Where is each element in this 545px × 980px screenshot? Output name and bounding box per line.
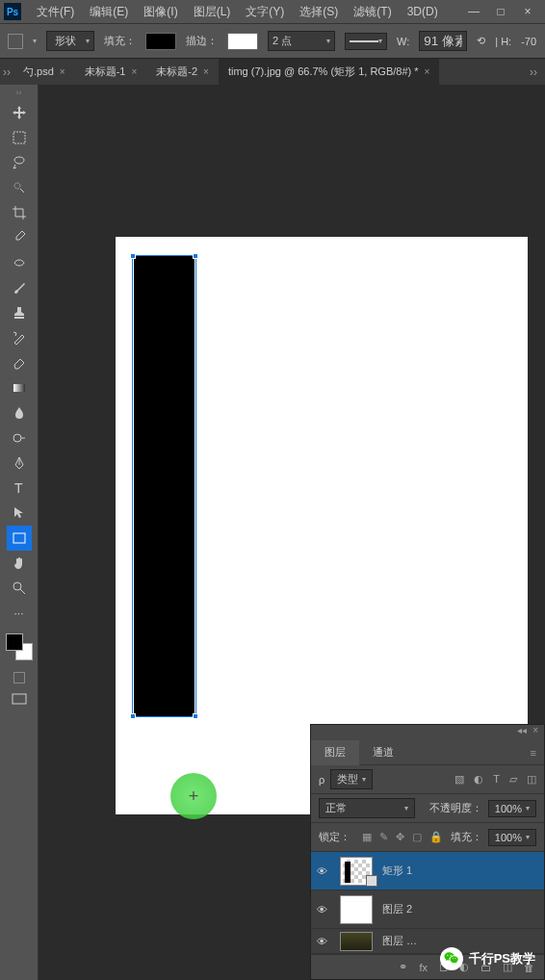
minimize-button[interactable]: — xyxy=(466,4,481,19)
blend-mode-dropdown[interactable]: 正常 ▾ xyxy=(319,798,415,818)
lock-all-icon[interactable]: 🔒 xyxy=(429,831,443,843)
zoom-tool[interactable] xyxy=(7,576,32,601)
menu-edit[interactable]: 编辑(E) xyxy=(82,4,136,20)
close-icon[interactable]: × xyxy=(425,66,430,77)
svg-rect-6 xyxy=(13,533,25,543)
expand-tabs-icon[interactable]: ›› xyxy=(0,65,13,79)
opacity-input[interactable]: 100% ▾ xyxy=(488,800,536,817)
layer-thumbnail[interactable] xyxy=(340,932,373,951)
hand-tool[interactable] xyxy=(7,551,32,576)
panel-menu-icon[interactable]: ≡ xyxy=(523,747,544,759)
layers-panel: ◂◂ × 图层 通道 ≡ ρ 类型 ▾ ▧ ◐ T ▱ ◫ xyxy=(310,724,545,980)
menu-file[interactable]: 文件(F) xyxy=(29,4,82,20)
close-icon[interactable]: × xyxy=(131,66,137,77)
filter-text-icon[interactable]: T xyxy=(493,773,500,786)
color-swatches[interactable] xyxy=(6,633,33,660)
close-panel-icon[interactable]: × xyxy=(532,725,538,740)
layer-row[interactable]: 👁 矩形 1 xyxy=(311,852,544,890)
edit-toolbar-icon[interactable]: ··· xyxy=(7,601,32,626)
filter-adjust-icon[interactable]: ◐ xyxy=(474,773,483,786)
stroke-width-input[interactable]: 2 点▾ xyxy=(268,31,335,51)
layer-name[interactable]: 图层 … xyxy=(382,934,417,948)
svg-rect-8 xyxy=(13,694,26,704)
lock-pixels-icon[interactable]: ✎ xyxy=(379,831,388,843)
stroke-color-swatch[interactable] xyxy=(227,33,258,50)
visibility-toggle-icon[interactable]: 👁 xyxy=(317,865,330,877)
eyedropper-tool[interactable] xyxy=(7,225,32,250)
healing-tool[interactable] xyxy=(7,250,32,275)
eraser-tool[interactable] xyxy=(7,350,32,375)
menu-3d[interactable]: 3D(D) xyxy=(400,5,446,18)
tab-overflow-icon[interactable]: ›› xyxy=(522,65,545,79)
menu-layer[interactable]: 图层(L) xyxy=(186,4,239,20)
menu-type[interactable]: 文字(Y) xyxy=(238,4,292,20)
ps-app-icon: Ps xyxy=(4,3,21,20)
quick-select-tool[interactable] xyxy=(7,175,32,200)
layer-row[interactable]: 👁 图层 2 xyxy=(311,890,544,929)
path-select-tool[interactable] xyxy=(7,501,32,526)
visibility-toggle-icon[interactable]: 👁 xyxy=(317,904,330,916)
close-icon[interactable]: × xyxy=(203,66,209,77)
tools-panel: ›› T ··· xyxy=(0,85,39,980)
menu-image[interactable]: 图像(I) xyxy=(136,4,185,20)
layer-thumbnail[interactable] xyxy=(340,857,373,886)
document-tab[interactable]: 未标题-1 × xyxy=(75,59,147,86)
gradient-tool[interactable] xyxy=(7,375,32,400)
filter-shape-icon[interactable]: ▱ xyxy=(509,773,517,786)
filter-smart-icon[interactable]: ◫ xyxy=(527,773,536,786)
lock-position-icon[interactable]: ✥ xyxy=(396,831,404,843)
screen-mode-icon[interactable] xyxy=(10,691,29,707)
channels-tab[interactable]: 通道 xyxy=(359,740,407,765)
layer-thumbnail[interactable] xyxy=(340,895,373,924)
brush-tool[interactable] xyxy=(7,275,32,300)
canvas-area[interactable]: + ◂◂ × 图层 通道 ≡ ρ 类型 ▾ ▧ ◐ xyxy=(39,85,545,980)
menu-filter[interactable]: 滤镜(T) xyxy=(346,4,399,20)
filter-pixel-icon[interactable]: ▧ xyxy=(454,773,464,786)
lock-label: 锁定： xyxy=(319,830,350,844)
stamp-tool[interactable] xyxy=(7,300,32,325)
rectangle-tool[interactable] xyxy=(7,526,32,551)
history-brush-tool[interactable] xyxy=(7,325,32,350)
close-button[interactable]: × xyxy=(520,4,535,19)
svg-text:T: T xyxy=(14,480,23,496)
filter-type-dropdown[interactable]: 类型 ▾ xyxy=(330,769,373,789)
toolbar-expand-icon[interactable]: ›› xyxy=(0,87,38,98)
marquee-tool[interactable] xyxy=(7,125,32,150)
move-tool[interactable] xyxy=(7,100,32,125)
shape-mode-dropdown[interactable]: 形状 ▾ xyxy=(46,31,94,51)
dodge-tool[interactable] xyxy=(7,426,32,451)
layer-name[interactable]: 矩形 1 xyxy=(382,864,412,878)
lock-artboard-icon[interactable]: ▢ xyxy=(412,831,422,843)
fill-color-swatch[interactable] xyxy=(145,33,176,50)
document-tab-active[interactable]: timg (7).jpg @ 66.7% (矩形 1, RGB/8#) * × xyxy=(219,59,439,86)
collapse-panel-icon[interactable]: ◂◂ xyxy=(517,725,527,740)
width-input[interactable] xyxy=(419,31,467,51)
cursor-highlight: + xyxy=(170,773,217,819)
pen-tool[interactable] xyxy=(7,451,32,476)
tool-preset-icon[interactable] xyxy=(8,34,23,49)
lasso-tool[interactable] xyxy=(7,150,32,175)
close-icon[interactable]: × xyxy=(60,66,65,77)
document-tab[interactable]: 勺.psd × xyxy=(13,59,75,86)
visibility-toggle-icon[interactable]: 👁 xyxy=(317,936,330,947)
rectangle-shape[interactable] xyxy=(134,256,195,716)
foreground-color[interactable] xyxy=(6,633,23,651)
fill-opacity-input[interactable]: 100% ▾ xyxy=(488,829,536,846)
link-dimensions-icon[interactable]: ⟲ xyxy=(477,35,485,47)
lock-transparency-icon[interactable]: ▦ xyxy=(362,831,372,843)
height-value: -70 xyxy=(521,36,536,47)
chevron-down-icon: ▾ xyxy=(86,37,90,45)
layer-style-icon[interactable]: fx xyxy=(419,962,428,973)
menu-select[interactable]: 选择(S) xyxy=(292,4,346,20)
layers-tab[interactable]: 图层 xyxy=(311,740,359,765)
text-tool[interactable]: T xyxy=(7,476,32,501)
document-tab[interactable]: 未标题-2 × xyxy=(146,59,219,86)
link-layers-icon[interactable]: ⚭ xyxy=(399,961,407,973)
blur-tool[interactable] xyxy=(7,400,32,426)
quick-mask-toggle[interactable] xyxy=(13,672,25,683)
svg-point-2 xyxy=(14,183,20,189)
maximize-button[interactable]: □ xyxy=(493,4,508,19)
stroke-style-dropdown[interactable]: ▾ xyxy=(345,33,387,50)
layer-name[interactable]: 图层 2 xyxy=(382,902,412,916)
crop-tool[interactable] xyxy=(7,200,32,225)
